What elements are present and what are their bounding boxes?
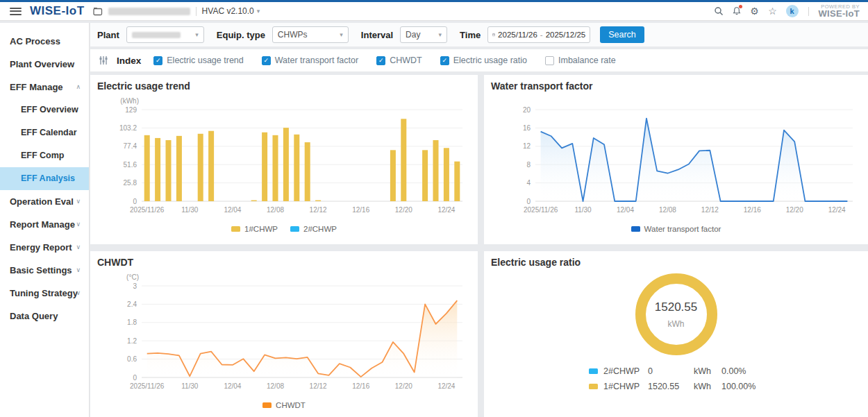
sidebar-item-eff-overview[interactable]: EFF Overview bbox=[0, 99, 89, 121]
sidebar-item-eff-analysis[interactable]: EFF Analysis bbox=[0, 167, 89, 190]
notification-bell-icon[interactable] bbox=[728, 6, 746, 16]
chart-panels: Electric usage trend 025.851.677.4103.21… bbox=[90, 75, 868, 417]
svg-text:8: 8 bbox=[526, 161, 531, 169]
index-toggle-bar: Index ✓Electric usage trend ✓Water trans… bbox=[90, 49, 868, 71]
electric-usage-trend-chart: 025.851.677.4103.2129(kWh)2025/11/2611/3… bbox=[97, 93, 471, 222]
svg-text:0: 0 bbox=[133, 374, 137, 382]
user-avatar[interactable]: k bbox=[786, 5, 799, 17]
divider bbox=[196, 7, 197, 16]
sidebar-item-tuning-strategy[interactable]: Tuning Strategy∨ bbox=[0, 282, 89, 305]
plant-select[interactable]: ▾ bbox=[126, 26, 204, 43]
svg-text:16: 16 bbox=[523, 124, 531, 132]
svg-text:12/24: 12/24 bbox=[828, 206, 846, 214]
chart-legend: Water transport factor bbox=[491, 222, 861, 236]
legend-1chwp[interactable]: 1#CHWP bbox=[231, 225, 278, 233]
chart-legend: CHWDT bbox=[97, 398, 471, 412]
svg-text:25.8: 25.8 bbox=[124, 179, 137, 187]
svg-text:12/20: 12/20 bbox=[395, 206, 412, 214]
interval-label: Interval bbox=[361, 30, 393, 40]
search-button[interactable]: Search bbox=[600, 26, 644, 43]
legend-chwdt[interactable]: CHWDT bbox=[262, 401, 306, 409]
legend-1chwp-row[interactable]: 1#CHWP 1520.55 kWh 100.00% bbox=[589, 379, 763, 394]
app-title: HVAC v2.10.0 bbox=[202, 6, 254, 16]
legend-water-transport-factor[interactable]: Water transport factor bbox=[631, 225, 721, 233]
checkbox-electric-usage-ratio[interactable]: ✓Electric usage ratio bbox=[440, 56, 527, 65]
sidebar-item-data-query[interactable]: Data Query bbox=[0, 305, 89, 327]
checkbox-electric-usage-trend[interactable]: ✓Electric usage trend bbox=[153, 56, 243, 65]
svg-text:2.4: 2.4 bbox=[127, 300, 137, 308]
settings-gear-icon[interactable]: ⚙ bbox=[746, 6, 764, 17]
date-range-end: 2025/12/25 bbox=[546, 31, 586, 39]
electric-usage-ratio-donut: 1520.55 kWh bbox=[635, 273, 717, 355]
checkbox-icon: ✓ bbox=[153, 56, 162, 65]
svg-text:77.4: 77.4 bbox=[124, 142, 137, 150]
interval-select[interactable]: Day ▾ bbox=[400, 26, 447, 43]
checkbox-water-transport-factor[interactable]: ✓Water transport factor bbox=[262, 56, 358, 65]
svg-text:12/04: 12/04 bbox=[224, 382, 241, 390]
svg-text:4: 4 bbox=[526, 179, 531, 187]
date-range-input[interactable]: 2025/11/26 - 2025/12/25 bbox=[487, 26, 590, 43]
time-label: Time bbox=[460, 30, 481, 40]
chevron-down-icon: ∨ bbox=[76, 213, 81, 236]
chevron-down-icon: ∨ bbox=[76, 236, 81, 259]
sidebar-item-eff-comp[interactable]: EFF Comp bbox=[0, 144, 89, 167]
svg-text:2025/11/26: 2025/11/26 bbox=[524, 206, 558, 214]
equip-type-label: Equip. type bbox=[217, 30, 265, 40]
chevron-down-icon: ∨ bbox=[76, 282, 81, 305]
svg-text:(°C): (°C) bbox=[126, 273, 139, 281]
chevron-down-icon: ▾ bbox=[340, 31, 343, 38]
sidebar-item-operation-eval[interactable]: Operation Eval∨ bbox=[0, 190, 89, 213]
divider bbox=[808, 7, 809, 16]
svg-text:(kWh): (kWh) bbox=[120, 97, 139, 105]
sidebar-item-plant-overview[interactable]: Plant Overview bbox=[0, 53, 89, 76]
svg-text:12/16: 12/16 bbox=[352, 382, 369, 390]
sidebar-item-report-manage[interactable]: Report Manage∨ bbox=[0, 213, 89, 236]
svg-text:103.2: 103.2 bbox=[119, 124, 137, 132]
favorite-star-icon[interactable]: ☆ bbox=[764, 6, 782, 17]
date-range-separator: - bbox=[540, 31, 543, 39]
svg-text:11/30: 11/30 bbox=[181, 382, 199, 390]
equip-type-select[interactable]: CHWPs ▾ bbox=[272, 26, 349, 43]
chart-legend: 1#CHWP 2#CHWP bbox=[97, 222, 471, 236]
svg-text:12/24: 12/24 bbox=[437, 206, 455, 214]
svg-text:20: 20 bbox=[523, 106, 531, 114]
svg-text:12/16: 12/16 bbox=[744, 206, 761, 214]
chevron-down-icon[interactable]: ▾ bbox=[257, 8, 260, 15]
svg-text:12/04: 12/04 bbox=[617, 206, 634, 214]
sidebar-item-energy-report[interactable]: Energy Report∨ bbox=[0, 236, 89, 259]
chevron-down-icon: ∨ bbox=[76, 259, 81, 282]
svg-text:12/04: 12/04 bbox=[224, 206, 241, 214]
checkbox-chwdt[interactable]: ✓CHWDT bbox=[376, 56, 422, 65]
checkbox-icon: ✓ bbox=[376, 56, 385, 65]
chart-title: Electric usage trend bbox=[97, 80, 471, 92]
hamburger-menu-icon[interactable] bbox=[10, 8, 22, 15]
legend-2chwp[interactable]: 2#CHWP bbox=[290, 225, 337, 233]
checkbox-icon: ✓ bbox=[440, 56, 449, 65]
svg-text:0: 0 bbox=[133, 198, 137, 205]
sidebar-item-eff-manage[interactable]: EFF Manage∧ bbox=[0, 76, 89, 99]
chevron-down-icon: ▾ bbox=[439, 31, 442, 38]
sidebar-item-ac-process[interactable]: AC Process bbox=[0, 30, 89, 53]
svg-text:2025/11/26: 2025/11/26 bbox=[130, 206, 165, 214]
checkbox-imbalance-rate[interactable]: Imbalance rate bbox=[545, 56, 616, 65]
index-label: Index bbox=[117, 56, 141, 66]
svg-text:1.2: 1.2 bbox=[127, 337, 137, 345]
checkbox-icon bbox=[545, 56, 554, 65]
wise-iot-logo: WISE-IoT bbox=[30, 4, 85, 18]
chevron-down-icon: ▾ bbox=[195, 31, 199, 38]
workspace-icon[interactable] bbox=[93, 7, 103, 16]
svg-text:11/30: 11/30 bbox=[181, 206, 199, 214]
svg-text:12/20: 12/20 bbox=[786, 206, 803, 214]
legend-2chwp-row[interactable]: 2#CHWP 0 kWh 0.00% bbox=[589, 364, 763, 379]
svg-text:11/30: 11/30 bbox=[574, 206, 592, 214]
plant-value-redacted bbox=[132, 32, 181, 38]
svg-text:12/08: 12/08 bbox=[267, 206, 284, 214]
sidebar-item-basic-settings[interactable]: Basic Settings∨ bbox=[0, 259, 89, 282]
tenant-name-redacted bbox=[108, 8, 190, 15]
search-icon[interactable] bbox=[710, 6, 728, 16]
sidebar-item-eff-calendar[interactable]: EFF Calendar bbox=[0, 121, 89, 144]
plant-label: Plant bbox=[97, 30, 119, 40]
filter-bar: Plant ▾ Equip. type CHWPs ▾ Interval Day… bbox=[90, 23, 868, 46]
ratio-legend: 2#CHWP 0 kWh 0.00% 1#CHWP 1520.55 kWh 10… bbox=[589, 364, 763, 394]
svg-text:12/16: 12/16 bbox=[352, 206, 369, 214]
